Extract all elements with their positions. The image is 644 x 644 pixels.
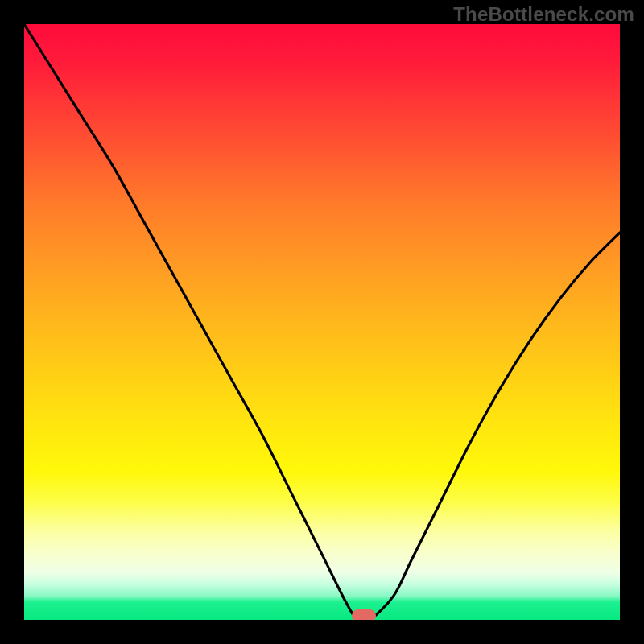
attribution-label: TheBottleneck.com xyxy=(453,3,634,26)
bottleneck-curve xyxy=(24,24,620,620)
optimum-marker xyxy=(352,609,376,620)
plot-area xyxy=(24,24,620,620)
chart-frame: TheBottleneck.com xyxy=(0,0,644,644)
